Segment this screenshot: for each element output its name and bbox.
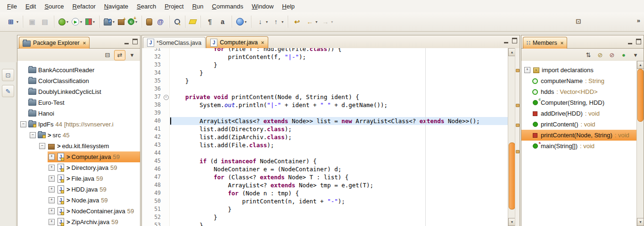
expand-icon[interactable]: +	[49, 165, 55, 171]
fold-margin[interactable]	[163, 77, 170, 85]
menu-project[interactable]: Project	[160, 1, 188, 12]
dropdown-arrow-icon[interactable]: ▾	[17, 20, 18, 24]
menu-help[interactable]: Help	[278, 1, 299, 12]
menu-navigate[interactable]: Navigate	[100, 1, 132, 12]
code-line[interactable]: 48 ArrayList<? extends Node> tmp = e.get…	[142, 181, 520, 189]
code-text[interactable]: for (Node n : tmp) {	[170, 189, 520, 197]
code-text[interactable]: list.add(File.class);	[170, 141, 520, 149]
tab-package-explorer[interactable]: Package Explorer ×	[19, 37, 90, 49]
fold-margin[interactable]	[163, 53, 170, 61]
code-text[interactable]: list.add(Directory.class);	[170, 125, 520, 133]
fold-margin[interactable]	[163, 85, 170, 93]
code-text[interactable]	[170, 149, 520, 157]
tree-item[interactable]: +J>File.java59	[17, 173, 140, 184]
fold-margin[interactable]	[163, 109, 170, 117]
new-wizard-button[interactable]: ⊞▾	[5, 16, 19, 27]
member-item[interactable]: printContent(Node, String) : void	[521, 130, 637, 141]
annotation-tick[interactable]	[516, 150, 520, 153]
maximize-icon[interactable]	[636, 39, 641, 44]
fold-margin[interactable]	[163, 101, 170, 109]
dropdown-arrow-icon[interactable]: ▾	[113, 20, 115, 24]
minimize-icon[interactable]	[124, 39, 129, 44]
menu-run[interactable]: Run	[188, 1, 208, 12]
close-icon[interactable]: ×	[82, 40, 86, 46]
search-button[interactable]	[173, 17, 182, 26]
overview-ruler[interactable]	[515, 48, 520, 226]
tree-item[interactable]: BankAccountReader	[17, 65, 140, 75]
code-line[interactable]: 31 for (File f : hdd.get(File.class)) {	[142, 48, 520, 53]
code-line[interactable]: 39	[142, 109, 520, 117]
link-with-editor-button[interactable]: ⇄	[114, 50, 125, 60]
annotation-tick[interactable]	[516, 69, 520, 72]
tree-item[interactable]: +J>Computer.java59	[17, 151, 140, 162]
back-button[interactable]: ←▾	[304, 16, 318, 27]
code-line[interactable]: 38 System.out.println("|-" + ident + " "…	[142, 101, 520, 109]
code-text[interactable]	[170, 85, 520, 93]
close-icon[interactable]: ×	[260, 40, 264, 45]
close-icon[interactable]: ×	[560, 40, 563, 46]
menu-file[interactable]: File	[3, 1, 21, 12]
scrollbar-thumb[interactable]	[637, 69, 644, 122]
java-perspective-icon[interactable]: ⊡	[573, 16, 584, 26]
expand-icon[interactable]: +	[49, 208, 55, 214]
dropdown-arrow-icon[interactable]: ▾	[245, 20, 247, 24]
code-line[interactable]: 53 }	[142, 221, 520, 226]
sort-members-button[interactable]: ⇅	[583, 50, 594, 60]
minimize-icon[interactable]	[628, 39, 632, 44]
new-java-project-button[interactable]: ▾	[103, 17, 116, 26]
fold-margin[interactable]	[163, 213, 170, 221]
mark-occurrences-button[interactable]	[189, 18, 197, 25]
members-vertical-scrollbar[interactable]: ▲ ▼	[636, 61, 644, 226]
maximize-icon[interactable]	[132, 39, 138, 44]
code-line[interactable]: 50 printContent(n, ident + "-");	[142, 197, 520, 205]
code-text[interactable]: list.add(ZipArchiv.class);	[170, 133, 520, 141]
member-item[interactable]: printContent() : void	[521, 119, 637, 130]
code-text[interactable]: }	[170, 221, 520, 226]
fold-margin[interactable]: −	[163, 93, 170, 101]
code-line[interactable]: 41 list.add(Directory.class);	[142, 125, 520, 133]
open-web-browser-button[interactable]: ▾	[235, 17, 248, 26]
code-line[interactable]: 43 list.add(File.class);	[142, 141, 520, 149]
code-line[interactable]: 40 ArrayList<Class<? extends Node>> list…	[142, 117, 520, 125]
fold-margin[interactable]	[163, 61, 170, 69]
code-text[interactable]: printContent(n, ident + "-");	[170, 197, 520, 205]
menu-window[interactable]: Window	[248, 1, 278, 12]
fold-margin[interactable]	[163, 165, 170, 173]
fold-margin[interactable]	[163, 181, 170, 189]
code-text[interactable]: }	[170, 61, 520, 69]
code-text[interactable]	[170, 109, 520, 117]
scrollbar-thumb[interactable]	[509, 142, 515, 209]
menu-source[interactable]: Source	[40, 1, 68, 12]
new-java-package-button[interactable]	[117, 17, 125, 26]
code-text[interactable]: NodeContainer e = (NodeContainer) d;	[170, 165, 520, 173]
tree-item[interactable]: +J>Node.java59	[17, 195, 140, 206]
collapse-icon[interactable]: −	[20, 121, 26, 127]
scrollbar-down-arrow[interactable]: ▼	[637, 218, 644, 226]
code-line[interactable]: 51 }	[142, 205, 520, 213]
previous-annotation-button[interactable]: ↑▾	[270, 16, 284, 27]
dropdown-arrow-icon[interactable]: ▾	[93, 20, 95, 24]
next-annotation-button[interactable]: ↓▾	[255, 16, 269, 27]
tree-item[interactable]: −IpdFs44[https://svnserver.i	[17, 119, 140, 130]
code-line[interactable]: 37− private void printContent(Node d, St…	[142, 93, 520, 101]
tree-item[interactable]: +J>ZipArchiv.java59	[17, 217, 140, 226]
code-line[interactable]: 42 list.add(ZipArchiv.class);	[142, 133, 520, 141]
code-text[interactable]: }	[170, 77, 520, 85]
fold-margin[interactable]	[163, 189, 170, 197]
maximize-icon[interactable]	[512, 38, 517, 43]
code-text[interactable]: for (File f : hdd.get(File.class)) {	[170, 48, 520, 53]
tree-item[interactable]: −>src45	[17, 130, 140, 141]
annotation-tick[interactable]	[516, 124, 520, 127]
last-edit-location-button[interactable]: ↩	[291, 16, 303, 27]
code-editor[interactable]: 31 for (File f : hdd.get(File.class)) {3…	[142, 48, 520, 226]
code-text[interactable]: if (d instanceof NodeContainer) {	[170, 157, 520, 165]
code-line[interactable]: 36	[142, 85, 520, 93]
collapse-icon[interactable]: −	[30, 132, 36, 138]
fold-margin[interactable]	[163, 205, 170, 213]
coverage-button[interactable]: ▾	[84, 17, 96, 26]
collapse-all-button[interactable]: ⊟	[102, 50, 113, 60]
code-line[interactable]: 46 NodeContainer e = (NodeContainer) d;	[142, 165, 520, 173]
code-line[interactable]: 49 for (Node n : tmp) {	[142, 189, 520, 197]
minimize-icon[interactable]	[504, 38, 508, 43]
code-text[interactable]: ArrayList<Class<? extends Node>> list = …	[170, 117, 520, 125]
